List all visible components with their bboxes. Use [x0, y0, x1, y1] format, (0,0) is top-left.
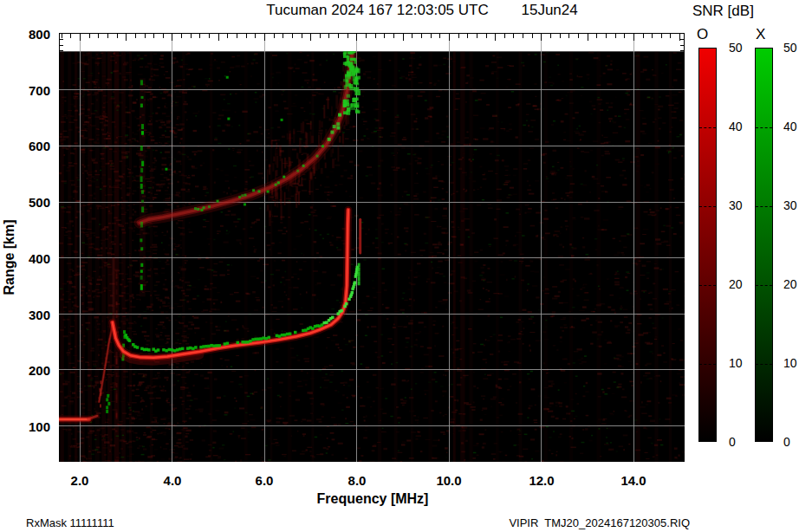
colorbar-o-mode-label: O — [697, 26, 708, 43]
colorbar-x-tick-label: 40 — [783, 120, 799, 133]
colorbar-tick-dash — [699, 364, 716, 365]
ionogram-page: Tucuman 2024 167 12:03:05 UTC 15Jun24 Ra… — [0, 0, 799, 532]
colorbar-o-tick-label: 10 — [729, 356, 751, 370]
colorbar-tick-dash — [756, 364, 772, 365]
colorbar-o-tick-label: 0 — [729, 435, 751, 449]
x-tick-label: 14.0 — [607, 473, 659, 488]
x-tick-label: 2.0 — [54, 473, 106, 488]
colorbar-o-tick-label: 50 — [729, 41, 751, 55]
plot-title: Tucuman 2024 167 12:03:05 UTC 15Jun24 — [109, 2, 735, 19]
x-tick-label: 8.0 — [331, 473, 383, 488]
colorbar-tick-dash — [756, 285, 772, 286]
y-tick-label: 700 — [0, 83, 50, 98]
y-tick-label: 200 — [0, 363, 50, 378]
colorbar-x-tick-label: 0 — [783, 435, 799, 449]
x-tick-label: 6.0 — [238, 473, 290, 488]
y-tick-label: 800 — [0, 27, 50, 42]
colorbar-x-tick-label: 30 — [783, 198, 799, 212]
colorbar-tick-dash — [699, 206, 716, 207]
y-tick-label: 400 — [0, 251, 50, 266]
x-axis-label: Frequency [MHz] — [286, 491, 459, 507]
colorbar-tick-dash — [699, 127, 716, 128]
y-tick-label: 500 — [0, 195, 50, 210]
colorbar-tick-dash — [756, 206, 772, 207]
colorbar-x-tick-label: 50 — [783, 41, 799, 55]
x-tick-label: 12.0 — [516, 473, 568, 488]
x-tick-label: 10.0 — [423, 473, 475, 488]
colorbar-o-gradient — [698, 48, 717, 442]
y-tick-label: 600 — [0, 139, 50, 153]
colorbar-x-tick-label: 20 — [783, 277, 799, 291]
colorbar-tick-dash — [756, 127, 772, 128]
y-tick-label: 100 — [0, 419, 50, 434]
source-file-text: VIPIR TMJ20_2024167120305.RIQ — [485, 516, 690, 529]
colorbar-o-tick-label: 20 — [729, 277, 751, 291]
y-tick-label: 300 — [0, 308, 50, 322]
colorbar-o-tick-label: 40 — [729, 120, 751, 133]
rxmask-text: RxMask 11111111 — [26, 516, 114, 529]
colorbar-x-mode-label: X — [756, 26, 765, 43]
x-tick-label: 4.0 — [146, 473, 198, 488]
colorbar-title: SNR [dB] — [692, 3, 754, 20]
colorbar-x-gradient — [755, 48, 773, 442]
colorbar-tick-dash — [699, 285, 716, 286]
ionogram-plot — [59, 33, 685, 462]
colorbar-o-tick-label: 30 — [729, 198, 751, 212]
colorbar-x-tick-label: 10 — [783, 356, 799, 370]
